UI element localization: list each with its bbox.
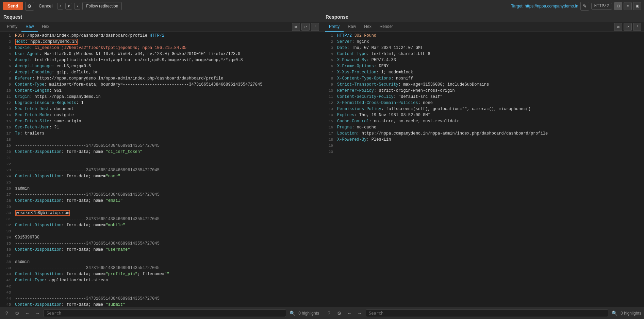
line-content: Te: trailers xyxy=(15,131,320,136)
line-content: Content-Type: multipart/form-data; bound… xyxy=(15,82,320,87)
line-content: Sec-Fetch-User: ?1 xyxy=(15,125,320,130)
table-row: 15Cache-Control: no-store, no-cache, mus… xyxy=(322,119,644,125)
response-copy-icon[interactable]: ⧉ xyxy=(614,23,622,31)
line-number: 27 xyxy=(1,192,11,197)
table-row: 8Referer: https://nppa.companydemo.in/np… xyxy=(0,76,322,82)
request-wrap-icon[interactable]: ↵ xyxy=(301,23,310,31)
view-compact-icon[interactable]: ▣ xyxy=(633,2,641,10)
line-content: Content-Length: 961 xyxy=(15,88,320,93)
cancel-button[interactable]: Cancel xyxy=(36,2,55,10)
line-content: Content-Type: text/html; charset=UTF-8 xyxy=(337,52,643,56)
line-content: Content-Disposition: form-data; name="na… xyxy=(15,174,320,179)
tab-request-hex[interactable]: Hex xyxy=(38,22,53,32)
response-wrap-icon[interactable]: ↵ xyxy=(624,23,632,31)
nav-back-button[interactable]: ‹ xyxy=(57,3,63,10)
line-content: HTTP/2 302 Found xyxy=(337,33,643,38)
line-number: 10 xyxy=(324,88,333,93)
tab-request-pretty[interactable]: Pretty xyxy=(3,22,21,32)
line-number: 14 xyxy=(1,113,11,117)
table-row: 18 xyxy=(0,137,322,143)
line-content: 9015396730 xyxy=(15,235,320,240)
table-row: 31-----------------------------347316651… xyxy=(0,217,322,223)
tab-response-hex[interactable]: Hex xyxy=(360,22,375,32)
line-number: 8 xyxy=(1,76,11,81)
request-bottom-panel: ? ⚙ ← → 🔍 0 highlights xyxy=(0,307,322,319)
table-row: 19 xyxy=(322,143,644,149)
tab-response-render[interactable]: Render xyxy=(376,22,397,32)
response-back-icon[interactable]: ← xyxy=(345,309,353,317)
line-number: 24 xyxy=(1,174,11,178)
line-number: 4 xyxy=(324,52,333,56)
settings-icon[interactable]: ⚙ xyxy=(25,2,34,11)
line-content: Sec-Fetch-Dest: document xyxy=(15,107,320,111)
line-content: X-Powered-By: PleskLin xyxy=(337,137,643,142)
request-settings-icon[interactable]: ⚙ xyxy=(13,309,21,317)
main-content: Request Pretty Raw Hex ⧉ ↵ ⋮ 1POST /nppa… xyxy=(0,12,644,307)
line-number: 11 xyxy=(1,94,11,99)
table-row: 21 xyxy=(0,156,322,162)
request-body[interactable]: 1POST /nppa-admin/index.php/dashboard/da… xyxy=(0,32,322,307)
nav-down-button[interactable]: ▾ xyxy=(65,3,72,10)
protocol-badge: HTTP/2 xyxy=(591,3,612,10)
table-row: 28Content-Disposition: form-data; name="… xyxy=(0,198,322,205)
tab-response-pretty[interactable]: Pretty xyxy=(325,22,344,32)
request-copy-icon[interactable]: ⧉ xyxy=(292,23,300,31)
line-content: Cookie: ci_session=jlV6entva2ffloo4kvfpp… xyxy=(15,46,320,50)
line-number: 18 xyxy=(1,137,11,142)
view-list-icon[interactable]: ≡ xyxy=(624,2,632,10)
line-content: Accept-Language: en-US,en;q=0.5 xyxy=(15,64,320,69)
table-row: 20Content-Disposition: form-data; name="… xyxy=(0,149,322,156)
request-help-icon[interactable]: ? xyxy=(3,309,11,317)
line-content: sadmin xyxy=(15,260,320,264)
tab-request-raw[interactable]: Raw xyxy=(21,22,38,32)
line-number: 44 xyxy=(1,296,11,301)
table-row: 16Sec-Fetch-User: ?1 xyxy=(0,125,322,131)
request-search-icon[interactable]: 🔍 xyxy=(288,309,296,317)
line-content: yeseke8758@bizatop.com xyxy=(15,211,320,215)
line-number: 15 xyxy=(1,119,11,123)
line-content: Content-Disposition: form-data; name="su… xyxy=(15,302,320,307)
view-split-icon[interactable]: ⊟ xyxy=(614,2,622,10)
line-number: 23 xyxy=(1,168,11,172)
tab-response-raw[interactable]: Raw xyxy=(344,22,360,32)
request-back-icon[interactable]: ← xyxy=(23,309,31,317)
table-row: 15Sec-Fetch-Site: same-origin xyxy=(0,119,322,125)
table-row: 26sadmin xyxy=(0,186,322,192)
response-search-input[interactable] xyxy=(366,309,608,317)
line-number: 7 xyxy=(1,70,11,74)
response-search-icon[interactable]: 🔍 xyxy=(610,309,618,317)
response-settings-icon[interactable]: ⚙ xyxy=(335,309,343,317)
response-highlights-count: 0 highlights xyxy=(621,311,641,316)
table-row: 18X-Powered-By: PleskLin xyxy=(322,137,644,143)
line-number: 33 xyxy=(1,229,11,233)
request-more-icon[interactable]: ⋮ xyxy=(311,23,319,31)
line-content: Date: Thu, 07 Mar 2024 11:24:07 GMT xyxy=(337,46,643,50)
line-content: -----------------------------34731665143… xyxy=(15,192,320,197)
request-panel-tabs: Pretty Raw Hex ⧉ ↵ ⋮ xyxy=(0,22,322,32)
table-row: 12X-Permitted-Cross-Domain-Policies: non… xyxy=(322,101,644,107)
table-row: 17Te: trailers xyxy=(0,131,322,137)
response-body[interactable]: 1HTTP/2 302 Found2Server: nginx3Date: Th… xyxy=(322,32,644,307)
request-search-input[interactable] xyxy=(44,309,286,317)
response-more-icon[interactable]: ⋮ xyxy=(633,23,641,31)
table-row: 36Content-Disposition: form-data; name="… xyxy=(0,247,322,253)
nav-forward-button[interactable]: › xyxy=(74,3,80,10)
line-number: 17 xyxy=(1,131,11,136)
table-row: 4User-Agent: Mozilla/5.0 (Windows NT 10.… xyxy=(0,52,322,58)
line-number: 16 xyxy=(324,125,333,129)
target-info: Target: https://nppa.companydemo.in xyxy=(511,4,578,8)
response-help-icon[interactable]: ? xyxy=(325,309,333,317)
table-row: 20 xyxy=(322,149,644,156)
response-forward-icon[interactable]: → xyxy=(356,309,364,317)
line-number: 18 xyxy=(324,137,333,142)
line-number: 16 xyxy=(1,125,11,129)
line-content: Content-Disposition: form-data; name="mo… xyxy=(15,223,320,228)
follow-redirection-button[interactable]: Follow redirection xyxy=(82,2,122,10)
request-forward-icon[interactable]: → xyxy=(33,309,42,317)
line-content: User-Agent: Mozilla/5.0 (Windows NT 10.0… xyxy=(15,52,320,56)
line-number: 9 xyxy=(324,82,333,87)
send-button[interactable]: Send xyxy=(3,2,23,10)
line-number: 3 xyxy=(1,46,11,50)
edit-target-icon[interactable]: ✎ xyxy=(580,2,589,11)
line-number: 2 xyxy=(324,39,333,44)
